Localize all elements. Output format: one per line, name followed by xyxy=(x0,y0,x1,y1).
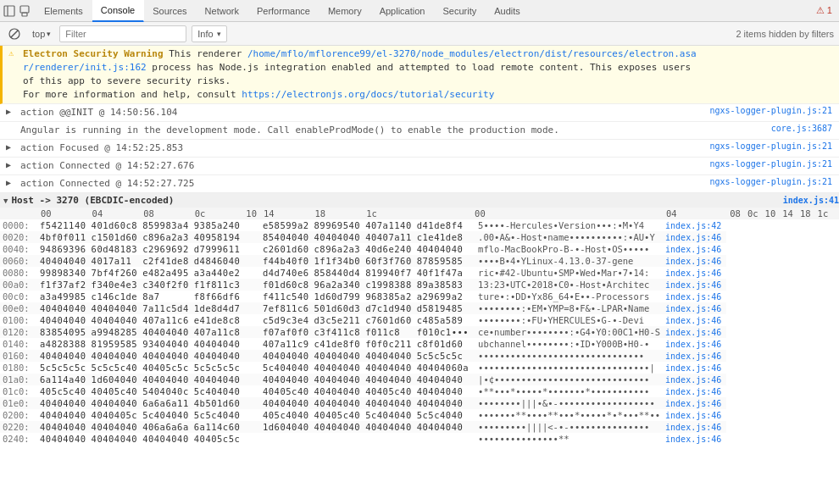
hex-spacer xyxy=(242,421,260,433)
hex-data-row: 01c0:405c5c4040405c405404040c5c404040404… xyxy=(0,385,839,397)
hex-byte-group: 40404040 xyxy=(37,314,89,326)
hex-ascii: ••••••••|||•&•-•••••••••••••••••• xyxy=(471,397,663,409)
hex-source-link[interactable]: index.js:46 xyxy=(665,304,721,313)
hex-source-link[interactable]: index.js:46 xyxy=(665,352,721,361)
tab-elements[interactable]: Elements xyxy=(36,0,92,22)
hex-row-source[interactable]: index.js:46 xyxy=(663,374,726,385)
tab-network[interactable]: Network xyxy=(197,0,248,22)
hex-row-source[interactable]: index.js:46 xyxy=(663,326,726,338)
hex-byte-group: 40404040 xyxy=(363,362,414,374)
tab-memory[interactable]: Memory xyxy=(319,0,371,22)
warning-badge[interactable]: ⚠ 1 xyxy=(816,5,832,16)
hex-byte-group: a3a440e2 xyxy=(192,267,243,279)
hex-source-link[interactable]: index.js:46 xyxy=(665,340,721,349)
hex-addr: 0000: xyxy=(0,219,37,231)
tab-sources[interactable]: Sources xyxy=(144,0,196,22)
log-source[interactable]: core.js:3687 xyxy=(703,123,839,134)
hex-row-source[interactable]: index.js:46 xyxy=(663,314,726,326)
hex-source-link[interactable]: index.js:46 xyxy=(665,328,721,337)
tab-audits[interactable]: Audits xyxy=(486,0,530,22)
hex-row-source[interactable]: index.js:42 xyxy=(663,219,726,231)
hex-addr: 00e0: xyxy=(0,302,37,314)
hex-addr: 0180: xyxy=(0,362,37,374)
hex-source-link[interactable]: index.js:46 xyxy=(665,375,721,385)
hex-row-source[interactable]: index.js:46 xyxy=(663,279,726,291)
hex-byte-group: e482a495 xyxy=(140,267,192,279)
log-source[interactable]: ngxs-logger-plugin.js:21 xyxy=(703,105,840,116)
device-icon[interactable] xyxy=(19,5,31,17)
hex-row-source[interactable]: index.js:46 xyxy=(663,267,726,279)
hex-section-source[interactable]: index.js:41 xyxy=(783,196,839,205)
hex-row-source[interactable]: index.js:46 xyxy=(663,385,726,397)
log-source[interactable]: ngxs-logger-plugin.js:21 xyxy=(703,176,840,187)
top-context-button[interactable]: top ▾ xyxy=(29,27,54,41)
tab-performance[interactable]: Performance xyxy=(248,0,319,22)
log-source[interactable]: ngxs-logger-plugin.js:21 xyxy=(703,158,840,169)
inspect-icon[interactable] xyxy=(3,5,15,17)
hex-byte-group: a3a49985 xyxy=(37,291,89,302)
hex-data-row: 01e0:40404040404040406a6a6a114b501d60404… xyxy=(0,397,839,409)
hex-data-row: 0160:40404040404040404040404040404040404… xyxy=(0,350,839,362)
hex-source-link[interactable]: index.js:46 xyxy=(665,435,721,444)
hex-row-source[interactable]: index.js:46 xyxy=(663,291,726,302)
hex-source-link[interactable]: index.js:46 xyxy=(665,411,721,420)
hex-data-row: 00e0:40404040404040407a11c5d41de8d4d77ef… xyxy=(0,302,839,314)
hex-row-source[interactable]: index.js:46 xyxy=(663,421,726,433)
filter-input[interactable] xyxy=(59,25,186,42)
hex-row-source[interactable]: index.js:46 xyxy=(663,338,726,350)
hex-source-link[interactable]: index.js:46 xyxy=(665,387,721,396)
hex-byte-group: f340e4e3 xyxy=(89,279,141,291)
hex-row-source[interactable]: index.js:46 xyxy=(663,362,726,374)
hex-byte-group: 40404040 xyxy=(414,397,471,409)
hex-byte-group: 40404040 xyxy=(37,397,89,409)
hex-row-source[interactable]: index.js:46 xyxy=(663,397,726,409)
hex-source-link[interactable]: index.js:42 xyxy=(665,221,721,230)
hex-source-link[interactable]: index.js:46 xyxy=(665,280,721,290)
warning-source[interactable] xyxy=(703,47,839,48)
hex-row-source[interactable]: index.js:46 xyxy=(663,231,726,243)
clear-console-button[interactable] xyxy=(5,26,24,42)
hex-source-link[interactable]: index.js:46 xyxy=(665,292,721,302)
hex-source-link[interactable]: index.js:46 xyxy=(665,233,721,242)
tab-security[interactable]: Security xyxy=(434,0,486,22)
hex-row-source[interactable]: index.js:46 xyxy=(663,243,726,255)
level-select[interactable]: Info ▾ xyxy=(192,25,226,42)
hex-col-header: 14 xyxy=(260,208,312,219)
hex-ascii: mflo-MacBookPro-B-•-Host•OS••••• xyxy=(471,243,663,255)
hex-source-link[interactable]: index.js:46 xyxy=(665,363,721,373)
warning-docs-link[interactable]: https://electronjs.org/docs/tutorial/sec… xyxy=(242,89,494,100)
hex-byte-group: 40404040 xyxy=(414,421,471,433)
hex-source-link[interactable]: index.js:46 xyxy=(665,269,721,278)
hex-byte-group xyxy=(260,433,312,445)
hex-byte-group: 40404040 xyxy=(312,385,364,397)
log-entry-row: ▶action Connected @ 14:52:27.725ngxs-log… xyxy=(0,175,839,193)
hex-byte-group: 401d60c8 xyxy=(89,219,141,231)
hex-source-link[interactable]: index.js:46 xyxy=(665,423,721,432)
hex-byte-group: 501d60d3 xyxy=(312,302,364,314)
tab-console[interactable]: Console xyxy=(92,0,144,22)
hex-row-source[interactable]: index.js:46 xyxy=(663,433,726,445)
hex-source-link[interactable]: index.js:46 xyxy=(665,257,721,266)
hex-row-source[interactable]: index.js:46 xyxy=(663,409,726,421)
tab-application[interactable]: Application xyxy=(371,0,435,22)
hex-byte-group: 40404040 xyxy=(363,374,414,385)
hex-byte-group: f01d60c8 xyxy=(260,279,312,291)
hex-byte-group: 40405c40 xyxy=(89,385,141,397)
hex-row-source[interactable]: index.js:46 xyxy=(663,350,726,362)
warning-message-row: ⚠ Electron Security Warning This rendere… xyxy=(0,46,839,104)
hex-source-link[interactable]: index.js:46 xyxy=(665,245,721,254)
hex-ascii: |•¢••••••••••••••••••••••••••••• xyxy=(471,374,663,385)
hex-source-link[interactable]: index.js:46 xyxy=(665,399,721,408)
hex-addr: 01c0: xyxy=(0,385,37,397)
hex-row-source[interactable]: index.js:46 xyxy=(663,255,726,267)
log-source[interactable]: ngxs-logger-plugin.js:21 xyxy=(703,141,840,152)
hex-row-source[interactable]: index.js:46 xyxy=(663,302,726,314)
hex-source-link[interactable]: index.js:46 xyxy=(665,316,721,325)
hex-ascii: •••••••**••••**•••*•••••*•*•••**•• xyxy=(471,409,663,421)
hex-section-header[interactable]: ▼ Host -> 3270 (EBCDIC-encoded) index.js… xyxy=(0,193,839,208)
log-content: action Connected @ 14:52:27.676 xyxy=(17,158,703,174)
hex-byte-group: 83854095 xyxy=(37,326,89,338)
hex-byte-group: 1d60d799 xyxy=(312,291,364,302)
hex-byte-group: 5c404040 xyxy=(260,362,312,374)
clear-icon xyxy=(8,28,20,40)
